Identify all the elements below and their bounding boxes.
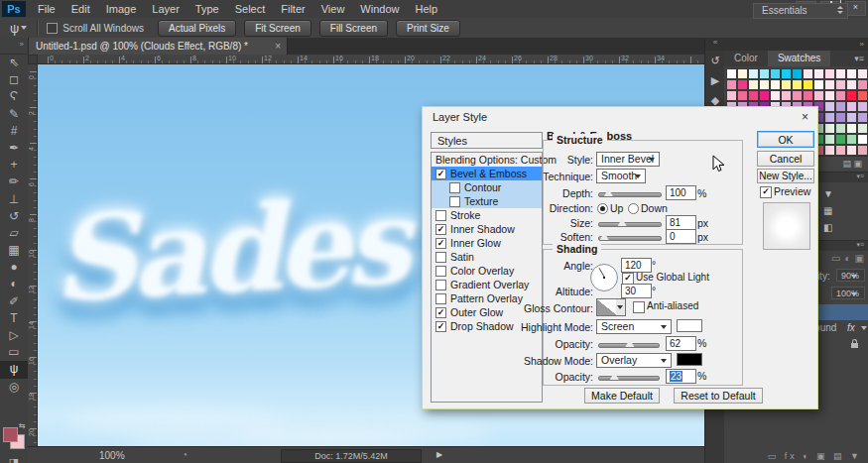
document-tab[interactable]: Untitled-1.psd @ 100% (Clouds Effect, RG… — [28, 38, 288, 55]
style-checkbox-gradient-overlay[interactable] — [435, 280, 446, 290]
style-checkbox-color-overlay[interactable] — [435, 266, 446, 277]
swatch[interactable] — [846, 79, 857, 90]
swatch[interactable] — [803, 79, 813, 90]
zoom-tool[interactable]: ◎ — [0, 379, 28, 396]
swatch[interactable] — [781, 68, 792, 79]
swatch[interactable] — [824, 112, 835, 123]
opacity-value[interactable]: 90% — [836, 269, 865, 282]
swatch[interactable] — [846, 112, 857, 123]
swatch[interactable] — [770, 79, 781, 90]
swatch[interactable] — [737, 79, 748, 90]
swatch[interactable] — [835, 101, 846, 112]
swatch[interactable] — [824, 145, 835, 156]
reset-to-default-button[interactable]: Reset to Default — [674, 388, 763, 404]
dialog-close-icon[interactable]: × — [802, 110, 808, 124]
highlight-opacity-slider[interactable] — [598, 343, 660, 348]
status-arrow-icon[interactable]: ▶ — [436, 450, 442, 459]
swatch[interactable] — [792, 68, 803, 79]
fill-value[interactable]: 100% — [831, 287, 865, 299]
swatch[interactable] — [857, 68, 868, 79]
menu-select[interactable]: Select — [227, 0, 274, 18]
style-checkbox-pattern-overlay[interactable] — [435, 293, 446, 304]
style-checkbox-bevel-emboss[interactable]: ✓ — [435, 169, 446, 179]
size-input[interactable]: 81 — [666, 215, 696, 230]
swatch[interactable] — [748, 68, 759, 79]
swatch[interactable] — [748, 90, 759, 101]
swatch[interactable] — [759, 90, 770, 101]
swatch[interactable] — [835, 112, 846, 123]
swatch[interactable] — [726, 68, 737, 79]
swatch[interactable] — [846, 134, 857, 145]
swatch[interactable] — [835, 134, 846, 145]
shadow-color-swatch[interactable] — [677, 353, 702, 366]
eyedropper-tool[interactable]: ✒ — [0, 140, 28, 157]
history-brush-tool[interactable]: ↺ — [0, 208, 28, 225]
swatch[interactable] — [835, 68, 846, 79]
angle-input[interactable]: 120 — [621, 258, 652, 273]
swatch[interactable] — [748, 79, 759, 90]
foreground-color[interactable] — [3, 427, 18, 442]
anti-aliased-checkbox[interactable] — [633, 301, 645, 313]
swatch[interactable] — [792, 79, 803, 90]
shadow-mode-dropdown[interactable]: Overlay — [596, 353, 672, 368]
swatch[interactable] — [857, 145, 868, 156]
close-button[interactable]: × — [845, 1, 866, 16]
depth-slider[interactable] — [598, 192, 662, 197]
menu-filter[interactable]: Filter — [273, 0, 312, 18]
cancel-button[interactable]: Cancel — [757, 151, 814, 167]
swatch[interactable] — [857, 134, 868, 145]
panels-collapse-icon[interactable]: » — [724, 38, 868, 51]
swatch[interactable] — [813, 90, 824, 101]
swatch[interactable] — [835, 79, 846, 90]
angle-dial[interactable] — [590, 264, 618, 291]
adjustment-icon-1[interactable]: ▼ — [823, 188, 833, 199]
quick-selection-tool[interactable]: ✎ — [0, 106, 28, 123]
highlight-opacity-input[interactable]: 62 — [666, 336, 696, 351]
menu-file[interactable]: File — [30, 0, 63, 18]
ok-button[interactable]: OK — [757, 131, 814, 148]
actions-panel-icon[interactable]: ▶ — [705, 70, 725, 90]
shadow-opacity-input[interactable]: 23 — [666, 369, 696, 384]
swap-colors-icon[interactable]: ⇆ — [19, 421, 26, 430]
hand-tool[interactable]: ψ — [0, 361, 28, 378]
swatch[interactable] — [824, 134, 835, 145]
shape-tool[interactable]: ▭ — [0, 344, 28, 361]
style-checkbox-inner-glow[interactable]: ✓ — [435, 238, 446, 249]
menu-image[interactable]: Image — [98, 0, 145, 18]
swatch[interactable] — [835, 90, 846, 101]
swatch[interactable] — [846, 145, 857, 156]
swatch[interactable] — [824, 79, 835, 90]
chevron-down-icon[interactable] — [21, 26, 27, 30]
menu-type[interactable]: Type — [187, 0, 227, 18]
crop-tool[interactable]: # — [0, 123, 28, 140]
direction-down-radio[interactable] — [628, 203, 639, 214]
healing-brush-tool[interactable]: + — [0, 157, 28, 174]
button-print-size[interactable]: Print Size — [396, 20, 460, 37]
swatch[interactable] — [813, 79, 824, 90]
preview-checkbox[interactable]: ✓ — [760, 186, 772, 198]
make-default-button[interactable]: Make Default — [584, 388, 660, 404]
swatch[interactable] — [813, 68, 824, 79]
swatch[interactable] — [846, 123, 857, 134]
swatch[interactable] — [759, 79, 770, 90]
swatch[interactable] — [759, 68, 770, 79]
swatch[interactable] — [824, 123, 835, 134]
quick-mask-icon[interactable]: ◨ — [0, 456, 28, 463]
pen-tool[interactable]: ✐ — [0, 293, 28, 310]
dock-collapse-icon[interactable]: « — [705, 38, 725, 51]
swatch[interactable] — [824, 90, 835, 101]
menu-edit[interactable]: Edit — [63, 0, 98, 18]
toolbar-collapse-icon[interactable]: » — [0, 38, 28, 55]
lasso-tool[interactable]: Ϛ — [0, 88, 28, 105]
swatch[interactable] — [857, 101, 868, 112]
technique-dropdown[interactable]: Smooth — [596, 169, 646, 183]
shadow-opacity-slider[interactable] — [598, 376, 660, 381]
menu-view[interactable]: View — [313, 0, 353, 18]
button-fill-screen[interactable]: Fill Screen — [319, 20, 388, 37]
gradient-tool[interactable]: ▦ — [0, 242, 28, 259]
swatch[interactable] — [726, 79, 737, 90]
panel-menu-icon[interactable]: ▾≡ — [854, 51, 868, 66]
altitude-input[interactable]: 30 — [621, 284, 652, 298]
swatch[interactable] — [770, 90, 781, 101]
swatch[interactable] — [737, 90, 748, 101]
